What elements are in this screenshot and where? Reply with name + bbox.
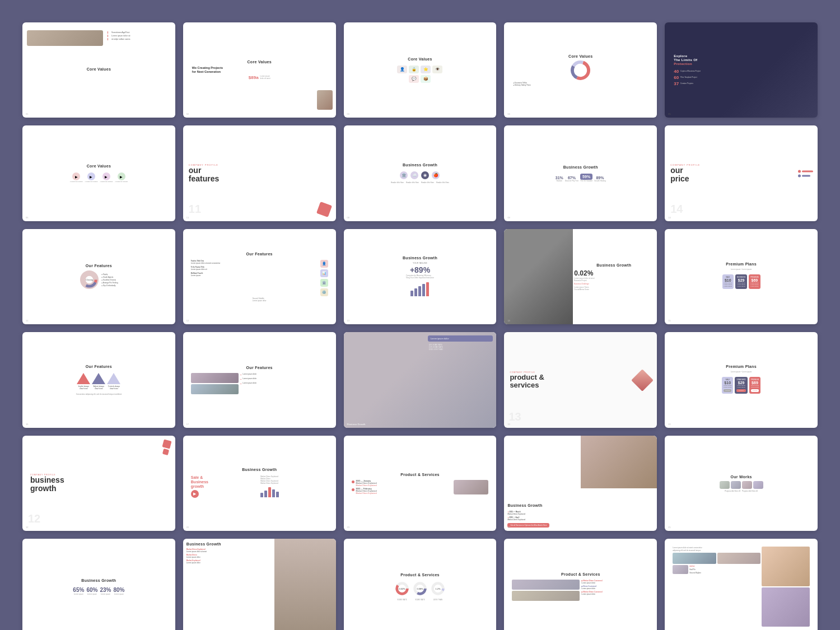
slide-title-4: Core Values bbox=[568, 54, 592, 58]
slide-19: COMPANY PROFILE product &services 13 13 bbox=[504, 332, 657, 427]
slide-14-decimal: 0.02% bbox=[574, 269, 654, 277]
slide-2: Core Values We Creating Projectsfor Next… bbox=[183, 22, 336, 118]
last-photo-right-2 bbox=[762, 587, 810, 627]
bg27-desc-3: Lorem ipsum dolor bbox=[186, 562, 270, 564]
slide-2-headline: We Creating Projectsfor Next Generation bbox=[189, 66, 330, 74]
arrow-1: ▶ Arrange the Painting bbox=[70, 172, 83, 183]
slide-17-items: ▪ Lorem ipsum dolor ▪ Lorem ipsum dolor … bbox=[240, 373, 328, 394]
tri-light bbox=[107, 373, 120, 384]
donut-svg-1: 0.02% bbox=[394, 581, 410, 596]
stat-59: 59% The XO Suitable bbox=[580, 174, 592, 182]
slide-26: Business Growth 65% Lorem ipsum 60% Lore… bbox=[22, 539, 175, 630]
bg-icon-2: ☁️ bbox=[410, 171, 418, 179]
slide-5: ExploreThe Limits OfProtection 40 Copies… bbox=[665, 22, 818, 118]
price-dot-1 bbox=[798, 170, 801, 172]
price-line-1 bbox=[798, 170, 813, 172]
plan2-basic-desc: Lorem ipsumLorem ipsum bbox=[724, 385, 731, 388]
plan2-premium-desc: Lorem ipsumLorem ipsum bbox=[751, 385, 759, 388]
slide-17: Our Features ▪ Lorem ipsum dolor ▪ Lorem… bbox=[183, 332, 336, 427]
slide-title-29: Product & Services bbox=[561, 572, 600, 576]
stat-label-80: Lorem ipsum bbox=[113, 593, 124, 595]
slide-18-cards: Lorem ipsum dolor 32% SOME RATE 0.2% SOM… bbox=[428, 332, 497, 427]
slide-num-14: 14 bbox=[507, 319, 510, 322]
sale-item-4: Markat Ditem Explained bbox=[260, 482, 328, 484]
feat-bullet-3: ▪ bbox=[240, 382, 241, 385]
slide-num-2: 02 bbox=[186, 113, 189, 115]
tri-pink bbox=[77, 373, 90, 384]
slide-num-19: 13 bbox=[507, 423, 510, 426]
slide-22-bars: Markat Ditem Explained Markat Ditem Mark… bbox=[260, 475, 328, 499]
feat-item-2: Tri In Factor TitleLorem ipsum dolor sit bbox=[191, 266, 318, 270]
stat-num-89: 89% bbox=[594, 176, 606, 180]
slide-15-plans: SALE $10 Lorem ipsumLorem ipsumLorem ips… bbox=[722, 274, 760, 289]
slide-30: Lorem ipsum dolor sit amet consecteturad… bbox=[665, 539, 818, 630]
ps-item-1-desc: Lorem ipsum dolor bbox=[581, 582, 649, 584]
feat-item-3: Brilliant FourthLorem ipsum bbox=[191, 272, 318, 277]
slide-title-8: Business Growth bbox=[403, 163, 437, 167]
price-dot-2 bbox=[798, 174, 801, 177]
slide-27-items: Markat Ditem Explained Lorem ipsum dolor… bbox=[186, 548, 270, 564]
plan-basic-price: $10 bbox=[724, 278, 732, 282]
slide-title-2: Core Values bbox=[248, 60, 272, 64]
slide-title-28: Product & Services bbox=[400, 573, 440, 577]
stat-67: 67% Discover Pity Tree bbox=[565, 176, 578, 182]
slide-27-content: Business Growth Markat Ditem Explained L… bbox=[186, 542, 270, 564]
slide-22-barchart bbox=[260, 486, 328, 497]
slide-12-content: Twelve Title OneLorem ipsum dolor sit am… bbox=[189, 260, 330, 296]
donut-label-2: SOME RATE bbox=[412, 599, 428, 601]
tri-wrap-3: Controls alwaysdraw home bbox=[107, 373, 120, 390]
slide-26-stats: 65% Lorem ipsum 60% Lorem ipsum 23% Lore… bbox=[73, 587, 124, 595]
slide-24-cta: Get all Services to Optimze the Most Art… bbox=[507, 523, 654, 528]
cube-big bbox=[162, 439, 171, 449]
plan2-basic-btn[interactable]: Choose bbox=[724, 389, 731, 392]
bar-4 bbox=[422, 284, 425, 296]
photo-ph-2 bbox=[191, 384, 239, 394]
tl-feb: 2021 — FebruaryMarkat Ditem ExplainedMar… bbox=[352, 488, 451, 494]
tl-text-feb: 2021 — FebruaryMarkat Ditem ExplainedMar… bbox=[356, 488, 377, 494]
slide-30-content: Lorem ipsum dolor sit amet consecteturad… bbox=[670, 544, 812, 628]
bg-label-1: Header Info Here bbox=[391, 181, 404, 184]
donut-wrap-2: 0.08% SOME RATE bbox=[412, 581, 428, 601]
slide-num-9: 09 bbox=[507, 216, 510, 219]
slide-4-legend: ● Econamic Teflon ● Delivery Safety Them bbox=[510, 82, 651, 86]
slide-29-list: ◆ Markat Ditem Customed Lorem ipsum dolo… bbox=[581, 580, 649, 601]
stat-num-23: 23% bbox=[100, 587, 111, 593]
slide-28: Product & Services 0.02% SOME RATE 0.08%… bbox=[344, 539, 497, 630]
plan2-standard-btn[interactable]: Choose bbox=[736, 389, 745, 392]
tri-purple bbox=[92, 373, 105, 384]
slide-18: Lorem ipsum dolor 32% SOME RATE 0.2% SOM… bbox=[344, 332, 497, 427]
plan2-premium-btn[interactable]: Choose bbox=[751, 389, 759, 392]
svg-text:1.2%: 1.2% bbox=[436, 587, 441, 590]
core-vals-list: Sometimes AppFlout Lorem ipsum dolor sit… bbox=[103, 31, 172, 40]
slide-18-stats: 32% SOME RATE 0.2% SOME RATE 8,900 LESS … bbox=[428, 343, 493, 352]
feat-row-3: ▪ Lorem ipsum dolor bbox=[240, 382, 328, 385]
slide-24-btn[interactable]: Get all Services to Optimze the Most Art… bbox=[507, 523, 549, 528]
slide-22-items-label: Markat Ditem Explained Markat Ditem Mark… bbox=[260, 475, 328, 484]
feat-bullet-1: ▪ bbox=[240, 373, 241, 376]
tri-wrap-1: Implicit alwaysdraw home bbox=[77, 373, 90, 390]
slide-title-20: Premium Plans bbox=[726, 365, 756, 368]
slide-22-play[interactable]: ▶ bbox=[191, 490, 199, 498]
bar-5 bbox=[426, 282, 429, 296]
stat-num-80: 80% bbox=[113, 587, 124, 593]
slide-title-11: Our Features bbox=[86, 264, 112, 268]
num-label-60: Files Template Project bbox=[680, 76, 697, 78]
ps-item-1: ◆ Markat Ditem Customed Lorem ipsum dolo… bbox=[581, 580, 649, 584]
slide-30-label-2: Second Skyline bbox=[689, 572, 701, 574]
ps-item-2-desc: Lorem ipsum dolor bbox=[581, 587, 649, 590]
donut-svg-2: 0.08% bbox=[412, 581, 428, 596]
slide-num-10: 14 bbox=[668, 216, 670, 219]
feat-icon-4: ⚙️ bbox=[320, 288, 328, 296]
bg-label-2: Header Info Here bbox=[406, 181, 419, 184]
stat-num-67: 67% bbox=[565, 176, 578, 180]
tl-jan: 2021 — JanuaryMarkat Ditem ExplainedMark… bbox=[352, 480, 451, 487]
tl2-march: ● 2021 — MarchMarkat Ditem Explained bbox=[507, 511, 654, 515]
slide-title-12: Our Features bbox=[246, 252, 273, 256]
slide-num-6: 06 bbox=[26, 216, 28, 219]
slide-3-icons: 👤 🔒 ⭐ 👁️ bbox=[397, 66, 442, 73]
slide-3: Core Values 👤 🔒 ⭐ 👁️ 💬 📦 03 bbox=[344, 22, 497, 118]
bar-2 bbox=[414, 288, 417, 296]
slide-8-icons: 🏛️ ☁️ ◉ 🍎 bbox=[400, 171, 440, 179]
slide-6-arrows: ▶ Arrange the Painting ▶ Arrange the Pai… bbox=[70, 172, 128, 183]
arrow-label-3: Arrange the Painting bbox=[100, 181, 113, 183]
